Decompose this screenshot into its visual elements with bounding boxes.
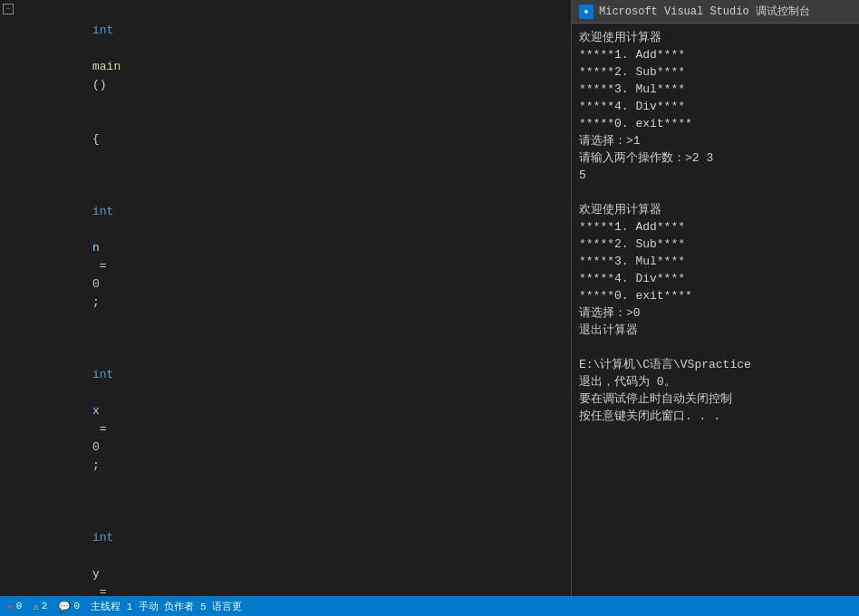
error-icon: ✕ [7, 601, 14, 612]
var-y: y [92, 567, 100, 581]
status-bar: ✕ 0 ⚠ 2 💬 0 主线程 1 手动 负作者 5 语言更 [0, 596, 859, 616]
console-panel: ◆ Microsoft Visual Studio 调试控制台 欢迎使用计算器 … [571, 0, 859, 596]
vs-icon-text: ◆ [584, 7, 589, 15]
text: () [92, 78, 107, 91]
code-line-5: int y = 0 ; [0, 493, 571, 596]
console-line-2: *****1. Add**** [579, 46, 852, 63]
num-0-x: 0 [92, 440, 100, 454]
console-line-1: 欢迎使用计算器 [579, 29, 852, 46]
code-line-2: { [0, 112, 571, 167]
console-line-12: *****1. Add**** [579, 218, 852, 236]
console-line-7: 请选择：>1 [579, 132, 852, 149]
console-line-18: 退出计算器 [579, 322, 852, 339]
line-content-5: int y = 0 ; [18, 493, 571, 596]
text [92, 549, 100, 563]
status-warnings: ⚠ 2 [33, 601, 47, 612]
console-title: Microsoft Visual Studio 调试控制台 [599, 4, 810, 19]
code-content: − int main () { [0, 0, 571, 596]
console-line-11: 欢迎使用计算器 [579, 201, 852, 218]
code-line-4: int x = 0 ; [0, 330, 571, 493]
status-info: 主线程 1 手动 负作者 5 语言更 [91, 600, 242, 613]
console-line-19 [579, 339, 852, 356]
code-panel: − int main () { [0, 0, 571, 596]
status-messages: 💬 0 [58, 601, 80, 612]
var-x: x [92, 404, 100, 418]
gutter-1: − [0, 4, 18, 14]
console-content: 欢迎使用计算器 *****1. Add**** *****2. Sub**** … [572, 24, 859, 596]
kw-int-y: int [92, 531, 113, 544]
error-count: 0 [16, 601, 23, 611]
console-line-15: *****4. Div**** [579, 270, 852, 287]
console-line-5: *****4. Div**** [579, 98, 852, 115]
text: { [92, 132, 100, 146]
text: ; [92, 295, 100, 309]
warning-count: 2 [42, 601, 48, 611]
console-line-9: 5 [579, 167, 852, 184]
console-line-6: *****0. exit**** [579, 115, 852, 132]
line-content-2: { [18, 112, 571, 167]
console-line-13: *****2. Sub**** [579, 236, 852, 253]
line-content-4: int x = 0 ; [18, 330, 571, 493]
text: = [92, 259, 113, 273]
text: ; [92, 458, 100, 472]
console-line-20: E:\计算机\C语言\VSpractice [579, 356, 852, 373]
text: = [92, 422, 113, 436]
console-line-17: 请选择：>0 [579, 304, 852, 322]
console-line-10 [579, 184, 852, 201]
warning-icon: ⚠ [33, 601, 39, 612]
console-line-16: *****0. exit**** [579, 287, 852, 304]
main-container: − int main () { [0, 0, 859, 596]
text [92, 386, 100, 399]
line-content-3: int n = 0 ; [18, 167, 571, 330]
console-line-8: 请输入两个操作数：>2 3 [579, 149, 852, 167]
vs-icon: ◆ [579, 5, 594, 19]
status-errors: ✕ 0 [7, 601, 22, 612]
console-line-14: *****3. Mul**** [579, 253, 852, 270]
console-title-bar: ◆ Microsoft Visual Studio 调试控制台 [572, 0, 859, 24]
code-line-3: int n = 0 ; [0, 167, 571, 330]
console-line-3: *****2. Sub**** [579, 63, 852, 81]
console-line-4: *****3. Mul**** [579, 81, 852, 98]
fold-icon-1[interactable]: − [3, 4, 14, 14]
code-line-1: − int main () [0, 4, 571, 112]
kw-int-x: int [92, 368, 113, 381]
message-count: 0 [73, 601, 80, 611]
status-info-text: 主线程 1 手动 负作者 5 语言更 [91, 600, 242, 613]
kw-int-n: int [92, 205, 113, 218]
console-line-22: 要在调试停止时自动关闭控制 [579, 390, 852, 408]
message-icon: 💬 [58, 601, 71, 612]
text [92, 42, 100, 55]
console-line-23: 按任意键关闭此窗口. . . [579, 408, 852, 425]
func-main: main [92, 60, 121, 73]
num-0: 0 [92, 277, 100, 291]
text: = [92, 585, 113, 596]
keyword-int-main: int [92, 24, 113, 37]
console-line-21: 退出，代码为 0。 [579, 373, 852, 390]
line-content-1: int main () [18, 4, 571, 112]
var-n: n [92, 241, 100, 255]
text [92, 223, 100, 236]
